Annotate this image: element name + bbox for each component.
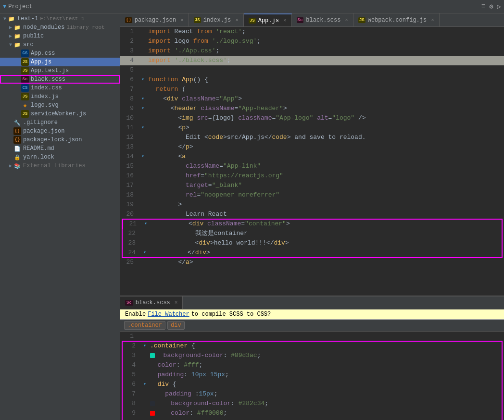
scss-line-num-6: 6 xyxy=(122,380,141,389)
appjs-line-23: 23 <div>hello world!!!</div> xyxy=(122,238,502,248)
scss-tab-close[interactable]: × xyxy=(175,300,178,306)
sidebar: ▼ 📁 test-1 F:\test\test-1 ▶ 📁 node_modul… xyxy=(0,13,120,420)
tree-arrow-ext: ▶ xyxy=(8,163,13,169)
appjs-line-12: 12 Edit <code>src/App.js</code> and save… xyxy=(120,133,504,142)
sidebar-item-yarn.lock[interactable]: 🔒 yarn.lock xyxy=(0,153,120,161)
tab-bar: {} package.json × JS index.js × JS App.j… xyxy=(120,13,504,27)
appjs-line-22: 22 我这是container xyxy=(122,229,502,238)
fold-gutter-empty xyxy=(139,210,146,219)
selector-badge-div[interactable]: div xyxy=(167,321,185,330)
fold-gutter-empty xyxy=(139,65,146,75)
git-icon: 🔧 xyxy=(13,119,21,126)
sidebar-item-App.js[interactable]: JS App.js xyxy=(0,58,120,66)
appjs-line-3: 3 import './App.css'; xyxy=(120,46,504,56)
sidebar-item-node_modules[interactable]: ▶ 📁 node_modules library root xyxy=(0,23,120,32)
label-serviceWorker.js: serviceWorker.js xyxy=(31,111,86,117)
line-num-9: 9 xyxy=(120,104,139,113)
sidebar-item-App.test.js[interactable]: JS App.test.js xyxy=(0,66,120,75)
sidebar-item-src[interactable]: ▼ 📁 src xyxy=(0,40,120,49)
scss-content-5: padding: 10px 15px; xyxy=(148,370,502,380)
settings-icon[interactable]: ≡ xyxy=(481,2,485,11)
line-num-12: 12 xyxy=(120,133,139,142)
sidebar-item-App.css[interactable]: CS App.css xyxy=(0,49,120,58)
sidebar-item-.gitignore[interactable]: 🔧 .gitignore xyxy=(0,118,120,127)
tab-close-webpack.config.js[interactable]: × xyxy=(431,17,434,23)
tab-package.json[interactable]: {} package.json × xyxy=(120,13,189,26)
fold-gutter[interactable]: ▾ xyxy=(139,123,146,133)
fold-gutter-empty xyxy=(141,229,148,238)
scss-fold-empty xyxy=(141,408,148,418)
sidebar-item-index.js[interactable]: JS index.js xyxy=(0,92,120,101)
scss-line-9: 9 color: #ff0000; xyxy=(122,408,502,418)
sidebar-item-logo.svg[interactable]: ◈ logo.svg xyxy=(0,101,120,110)
label-index.css: index.css xyxy=(31,85,62,91)
line-content-20: Learn React xyxy=(146,210,504,219)
fold-gutter[interactable]: ▾ xyxy=(141,248,148,258)
tab-App.js[interactable]: JS App.js × xyxy=(244,13,292,26)
appjs-line-8: 8 ▾ <div className="App"> xyxy=(120,94,504,104)
label-App.css: App.css xyxy=(31,50,55,57)
file-watcher-link[interactable]: File Watcher xyxy=(148,311,189,318)
line-content-25: </a> xyxy=(146,258,504,267)
tab-close-index.js[interactable]: × xyxy=(235,17,239,23)
scss-fold-gutter[interactable]: ▾ xyxy=(141,380,148,389)
fold-gutter-empty xyxy=(139,56,146,65)
fold-gutter-empty xyxy=(139,85,146,94)
fold-gutter[interactable]: ▾ xyxy=(139,94,146,104)
tab-close-black.scss[interactable]: × xyxy=(345,17,348,23)
sidebar-item-serviceWorker.js[interactable]: JS serviceWorker.js xyxy=(0,110,120,118)
line-num-13: 13 xyxy=(120,142,139,152)
tab-icon-package.json: {} xyxy=(125,17,132,23)
sidebar-item-public[interactable]: ▶ 📁 public xyxy=(0,32,120,40)
run-icon[interactable]: ▷ xyxy=(497,2,501,11)
appjs-line-25: 25 </a> xyxy=(120,258,504,267)
fold-gutter[interactable]: ▾ xyxy=(139,152,146,161)
appjs-line-24: 24 ▾ </div> xyxy=(122,248,502,258)
sidebar-item-package-lock.json[interactable]: {} package-lock.json xyxy=(0,136,120,144)
appjs-line-20: 20 Learn React xyxy=(120,210,504,219)
selector-bar: .containerdiv xyxy=(120,320,504,332)
scss-fold-gutter[interactable]: ▾ xyxy=(141,341,148,351)
bottom-tab-scss[interactable]: Sc black.scss × xyxy=(120,296,183,309)
scss-fold-empty xyxy=(141,351,148,360)
fold-gutter[interactable]: ▾ xyxy=(139,75,146,85)
scss-content-2: .container { xyxy=(148,341,502,351)
tab-icon-index.js: JS xyxy=(194,17,201,23)
toolbar-icons: ≡ ⚙ ▷ xyxy=(481,2,501,11)
scss-fold-empty xyxy=(141,360,148,370)
fold-gutter-empty xyxy=(141,238,148,248)
sidebar-item-index.css[interactable]: CS index.css xyxy=(0,84,120,92)
sidebar-item-root[interactable]: ▼ 📁 test-1 F:\test\test-1 xyxy=(0,14,120,23)
fold-gutter[interactable]: ▾ xyxy=(139,104,146,113)
fold-gutter-empty xyxy=(139,113,146,123)
build-icon[interactable]: ⚙ xyxy=(489,2,493,11)
js-icon: JS xyxy=(21,93,29,100)
line-content-4: import './black.scss'; xyxy=(146,56,504,65)
scss-fold-empty xyxy=(139,332,146,341)
scss-line-3: 3 background-color: #09d3ac; xyxy=(122,351,502,360)
selector-badge-container[interactable]: .container xyxy=(124,321,165,330)
line-num-25: 25 xyxy=(120,258,139,267)
css-icon: CS xyxy=(21,49,29,57)
tab-close-package.json[interactable]: × xyxy=(180,17,184,23)
folder-icon: 📁 xyxy=(13,24,21,31)
scss-line-num-9: 9 xyxy=(122,408,141,418)
line-content-7: return ( xyxy=(146,85,504,94)
scss-icon: Sc xyxy=(21,75,29,83)
tab-close-App.js[interactable]: × xyxy=(283,18,287,24)
tab-black.scss[interactable]: Sc black.scss × xyxy=(292,13,353,26)
fold-gutter[interactable]: ▾ xyxy=(142,219,149,229)
scss-line-num-8: 8 xyxy=(122,399,141,408)
fold-gutter-empty xyxy=(139,27,146,37)
sidebar-item-README.md[interactable]: 📄 README.md xyxy=(0,144,120,153)
tab-webpack.config.js[interactable]: JS webpack.config.js × xyxy=(353,13,440,26)
tab-index.js[interactable]: JS index.js × xyxy=(189,13,244,26)
scss-tab-label: black.scss xyxy=(136,299,170,306)
line-content-14: <a xyxy=(146,152,504,161)
sidebar-item-external-libs[interactable]: ▶ 📚 External Libraries xyxy=(0,161,120,170)
line-num-2: 2 xyxy=(120,37,139,46)
sidebar-item-package.json[interactable]: {} package.json xyxy=(0,127,120,136)
line-num-16: 16 xyxy=(120,171,139,181)
label-public: public xyxy=(23,33,44,39)
sidebar-item-black.scss[interactable]: Sc black.scss xyxy=(0,75,120,84)
